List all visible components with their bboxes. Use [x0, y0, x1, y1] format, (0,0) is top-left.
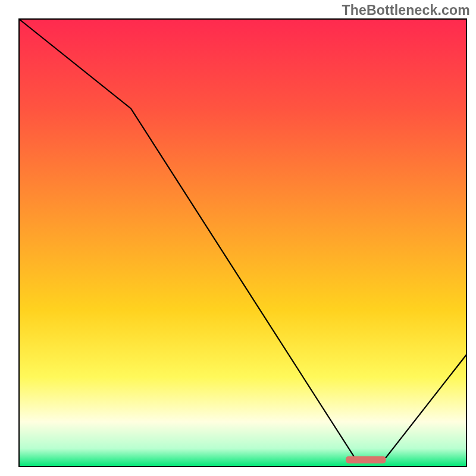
watermark-text: TheBottleneck.com [342, 2, 470, 18]
plot-background [19, 19, 466, 466]
optimal-marker [346, 456, 386, 464]
chart-container: TheBottleneck.com [0, 0, 476, 476]
bottleneck-chart [0, 0, 476, 476]
